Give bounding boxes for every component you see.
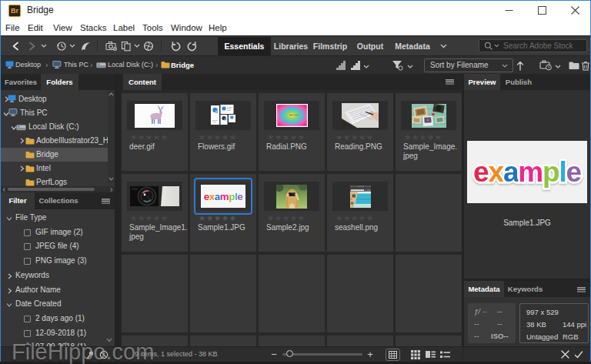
- import-menu-button[interactable]: [554, 63, 562, 69]
- increase-thumbnail-size-button[interactable]: +: [365, 347, 376, 362]
- get-photos-from-camera-button[interactable]: [104, 36, 118, 55]
- rating-stars[interactable]: ★★★★★: [130, 132, 169, 142]
- preview-image[interactable]: example: [467, 141, 587, 203]
- scroll-left-icon[interactable]: [2, 188, 5, 192]
- breadcrumb-local-disk[interactable]: Local Disk (C:): [108, 56, 153, 74]
- file-cell-radial-png[interactable]: ★★★★★ Radial.PNG: [259, 93, 325, 171]
- workspace-tab-output[interactable]: Output: [351, 37, 389, 55]
- rating-stars[interactable]: ★★★★★: [404, 132, 442, 142]
- thumbnail-flowers-gif[interactable]: [195, 101, 251, 130]
- reject-button[interactable]: [559, 347, 571, 362]
- thumbnail-radial-png[interactable]: [264, 101, 319, 130]
- slider-thumb[interactable]: [286, 350, 293, 357]
- empty-cell[interactable]: [327, 336, 393, 346]
- menu-stacks[interactable]: Stacks: [80, 20, 107, 35]
- tab-content[interactable]: Content: [123, 74, 162, 90]
- empty-cell[interactable]: [122, 255, 188, 332]
- filter-section-file-type[interactable]: File Type: [1, 211, 115, 225]
- breadcrumb-desktop[interactable]: Desktop: [15, 56, 41, 74]
- rating-stars[interactable]: ★★★★★: [336, 132, 374, 142]
- tree-item-intel[interactable]: Intel: [1, 162, 115, 175]
- preview-quality-button[interactable]: [349, 59, 362, 72]
- workspace-tab-libraries[interactable]: Libraries: [272, 37, 310, 55]
- tab-favorites[interactable]: Favorites: [1, 74, 41, 90]
- boomerang-button[interactable]: [79, 36, 92, 55]
- thumbnail-sample2-jpg[interactable]: [264, 182, 319, 211]
- empty-cell[interactable]: [396, 255, 462, 332]
- breadcrumb-this-pc[interactable]: This PC: [64, 56, 88, 74]
- file-cell-seashell-png[interactable]: ★★★★★ seashell.png: [327, 174, 393, 252]
- thumbnail-quality-button[interactable]: [335, 59, 347, 72]
- workspace-tab-metadata[interactable]: Metadata: [391, 37, 434, 55]
- maximize-button[interactable]: [530, 1, 553, 20]
- tab-keywords[interactable]: Keywords: [504, 281, 546, 297]
- file-cell-reading-png[interactable]: ★★★★★ Reading.PNG: [327, 93, 393, 171]
- menu-tools[interactable]: Tools: [142, 20, 163, 35]
- move-copy-button[interactable]: [120, 36, 132, 55]
- rating-stars[interactable]: ★★★★★: [267, 132, 306, 142]
- sort-dropdown[interactable]: Sort by Filename: [424, 58, 513, 72]
- thumbnail-deer-gif[interactable]: [127, 101, 182, 130]
- filter-item-jpeg[interactable]: JPEG file (4): [1, 239, 115, 254]
- filter-item-png[interactable]: PNG image (3): [1, 254, 115, 269]
- panel-divider[interactable]: [115, 74, 121, 346]
- new-folder-button[interactable]: [567, 59, 580, 72]
- empty-cell[interactable]: [259, 336, 325, 346]
- file-cell-sample-image1-jpeg[interactable]: ★★★★★ Sample_Image1.jpeg: [122, 174, 188, 252]
- file-cell-deer-gif[interactable]: ★★★★★ deer.gif: [122, 93, 188, 171]
- empty-cell[interactable]: [122, 336, 188, 346]
- import-from-device-button[interactable]: [538, 59, 553, 72]
- filter-section-date-created[interactable]: Date Created: [1, 297, 115, 312]
- rating-stars[interactable]: ★★★★★: [336, 213, 374, 222]
- thumbnail-sample-image-jpeg[interactable]: [401, 101, 456, 130]
- scroll-up-icon[interactable]: [109, 92, 114, 96]
- folders-vertical-scrollbar[interactable]: [108, 90, 115, 183]
- scroll-right-icon[interactable]: [110, 188, 113, 192]
- file-cell-sample1-jpg[interactable]: example ★★★★★ Sample1.JPG: [190, 174, 256, 252]
- rotate-right-button[interactable]: [185, 36, 199, 55]
- rotate-left-button[interactable]: [169, 36, 182, 55]
- empty-cell[interactable]: [259, 255, 325, 332]
- forward-button[interactable]: [25, 36, 38, 55]
- empty-cell[interactable]: [327, 255, 393, 332]
- empty-cell[interactable]: [396, 174, 462, 252]
- refine-button[interactable]: [142, 36, 155, 55]
- workspace-tab-essentials[interactable]: Essentials: [218, 37, 271, 55]
- search-input[interactable]: Search Adobe Stock: [479, 39, 587, 52]
- navigation-menu-button[interactable]: [40, 36, 48, 55]
- tree-item-adobeillustrator[interactable]: AdobeIllustrator23_HD_v: [1, 134, 115, 148]
- rating-stars[interactable]: ★★★★★: [199, 132, 237, 142]
- thumbnail-reading-png[interactable]: [332, 101, 388, 130]
- rating-stars[interactable]: ★★★★★: [267, 213, 306, 222]
- panel-menu-icon[interactable]: [102, 199, 110, 204]
- list-view-button[interactable]: [439, 347, 452, 362]
- delete-button[interactable]: [579, 59, 591, 72]
- panel-menu-icon[interactable]: [577, 287, 586, 292]
- tab-publish[interactable]: Publish: [500, 74, 537, 90]
- file-cell-flowers-gif[interactable]: ★★★★★ Flowers.gif: [190, 93, 256, 171]
- file-cell-sample2-jpg[interactable]: ★★★★★ Sample2.jpg: [259, 174, 325, 252]
- filter-section-keywords[interactable]: Keywords: [1, 269, 115, 283]
- pin-filter-button[interactable]: [84, 347, 96, 362]
- thumbnail-view-button[interactable]: [409, 347, 422, 362]
- tree-item-local-disk[interactable]: Local Disk (C:): [1, 120, 115, 134]
- thumbnail-seashell-png[interactable]: [332, 182, 388, 211]
- scrollbar-thumb[interactable]: [8, 188, 95, 191]
- move-copy-menu-button[interactable]: [133, 36, 141, 55]
- recent-files-menu-button[interactable]: [68, 36, 76, 55]
- clear-filter-button[interactable]: [98, 347, 110, 362]
- filter-section-author-name[interactable]: Author Name: [1, 283, 115, 298]
- menu-help[interactable]: Help: [209, 20, 227, 35]
- filter-item-2-days-ago[interactable]: 2 days ago (1): [1, 312, 115, 326]
- filter-menu-button[interactable]: [406, 63, 414, 69]
- details-view-button[interactable]: [424, 347, 437, 362]
- tab-preview[interactable]: Preview: [464, 74, 500, 90]
- thumbnail-sample1-jpg[interactable]: example: [195, 182, 251, 211]
- tree-item-desktop[interactable]: Desktop: [1, 92, 115, 106]
- tree-item-bridge[interactable]: Bridge: [1, 148, 115, 162]
- filter-item-12-09-2018[interactable]: 12-09-2018 (1): [1, 326, 115, 341]
- titlebar[interactable]: Br Bridge: [1, 1, 590, 20]
- recent-files-button[interactable]: [55, 36, 68, 55]
- tab-folders[interactable]: Folders: [41, 74, 78, 90]
- checkbox[interactable]: [24, 330, 31, 337]
